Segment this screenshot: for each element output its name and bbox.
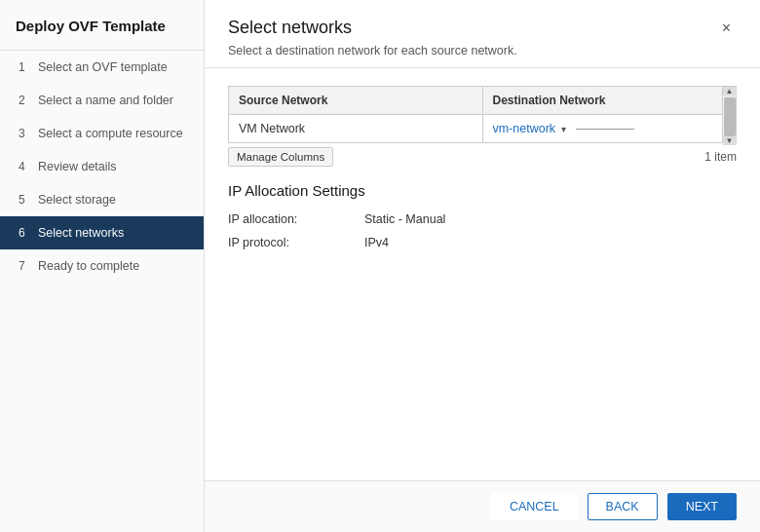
ip-field-label: IP protocol: bbox=[228, 236, 364, 249]
cell-source: VM Network bbox=[229, 115, 482, 143]
step-number: 4 bbox=[19, 160, 30, 173]
ip-fields-container: IP allocation:Static - ManualIP protocol… bbox=[228, 212, 737, 249]
sidebar: Deploy OVF Template 1Select an OVF templ… bbox=[0, 0, 205, 532]
col-source: Source Network bbox=[229, 87, 482, 115]
scrollbar-thumb[interactable] bbox=[724, 97, 736, 136]
manage-columns-button[interactable]: Manage Columns bbox=[228, 147, 333, 167]
back-button[interactable]: BACK bbox=[588, 493, 658, 520]
table-row: VM Network vm-network ▾ bbox=[229, 115, 736, 143]
dropdown-arrow-icon[interactable]: ▾ bbox=[561, 124, 566, 134]
sidebar-item-label: Review details bbox=[38, 160, 117, 173]
network-table-wrapper: Source Network Destination Network VM Ne… bbox=[228, 86, 737, 143]
table-footer: Manage Columns 1 item bbox=[228, 147, 737, 167]
scrollbar-up-button[interactable]: ▲ bbox=[723, 87, 737, 95]
scrollbar-down-button[interactable]: ▼ bbox=[723, 136, 737, 145]
ip-field-label: IP allocation: bbox=[228, 212, 364, 226]
sidebar-item-step4[interactable]: 4Review details bbox=[0, 150, 204, 183]
sidebar-item-label: Select a compute resource bbox=[38, 127, 183, 140]
main-header-text: Select networks Select a destination net… bbox=[228, 18, 517, 57]
step-number: 3 bbox=[19, 127, 30, 140]
step-number: 5 bbox=[19, 193, 30, 207]
scrollbar-track bbox=[724, 95, 736, 136]
ip-info-row: IP protocol:IPv4 bbox=[228, 236, 737, 249]
step-number: 6 bbox=[19, 226, 30, 240]
main-footer: CANCEL BACK NEXT bbox=[205, 480, 760, 532]
ip-info-row: IP allocation:Static - Manual bbox=[228, 212, 737, 226]
sidebar-items-container: 1Select an OVF template2Select a name an… bbox=[0, 51, 204, 283]
table-header-row: Source Network Destination Network bbox=[229, 87, 736, 115]
step-number: 1 bbox=[19, 60, 30, 74]
sidebar-item-step5[interactable]: 5Select storage bbox=[0, 183, 204, 216]
ip-section-title: IP Allocation Settings bbox=[228, 182, 737, 199]
sidebar-item-step7[interactable]: 7Ready to complete bbox=[0, 249, 204, 283]
ip-field-value: Static - Manual bbox=[364, 212, 445, 226]
sidebar-item-label: Select storage bbox=[38, 193, 116, 207]
sidebar-item-label: Ready to complete bbox=[38, 259, 139, 273]
sidebar-title: Deploy OVF Template bbox=[0, 0, 204, 51]
ip-field-value: IPv4 bbox=[364, 236, 389, 249]
destination-line bbox=[576, 129, 634, 130]
cancel-button[interactable]: CANCEL bbox=[491, 493, 578, 520]
next-button[interactable]: NEXT bbox=[667, 493, 737, 520]
sidebar-item-step3[interactable]: 3Select a compute resource bbox=[0, 117, 204, 150]
cell-destination: vm-network ▾ bbox=[482, 115, 736, 143]
sidebar-item-label: Select a name and folder bbox=[38, 94, 173, 107]
main-body: Source Network Destination Network VM Ne… bbox=[205, 68, 760, 480]
sidebar-item-step6[interactable]: 6Select networks bbox=[0, 216, 204, 249]
sidebar-item-step2[interactable]: 2Select a name and folder bbox=[0, 84, 204, 117]
step-number: 2 bbox=[19, 94, 30, 107]
sidebar-item-label: Select networks bbox=[38, 226, 124, 240]
page-title: Select networks bbox=[228, 18, 517, 38]
modal-container: Deploy OVF Template 1Select an OVF templ… bbox=[0, 0, 760, 532]
sidebar-item-label: Select an OVF template bbox=[38, 60, 168, 74]
main-header: Select networks Select a destination net… bbox=[205, 0, 760, 68]
sidebar-item-step1[interactable]: 1Select an OVF template bbox=[0, 51, 204, 84]
page-subtitle: Select a destination network for each so… bbox=[228, 44, 517, 57]
destination-value[interactable]: vm-network bbox=[493, 122, 556, 135]
item-count: 1 item bbox=[704, 150, 737, 164]
col-destination: Destination Network bbox=[482, 87, 736, 115]
table-scroll-container: Source Network Destination Network VM Ne… bbox=[229, 87, 736, 142]
step-number: 7 bbox=[19, 259, 30, 273]
main-content: Select networks Select a destination net… bbox=[205, 0, 760, 532]
network-table: Source Network Destination Network VM Ne… bbox=[229, 87, 736, 142]
destination-cell: vm-network ▾ bbox=[493, 122, 727, 135]
table-scrollbar[interactable]: ▲ ▼ bbox=[722, 87, 736, 142]
close-button[interactable]: × bbox=[716, 18, 737, 39]
